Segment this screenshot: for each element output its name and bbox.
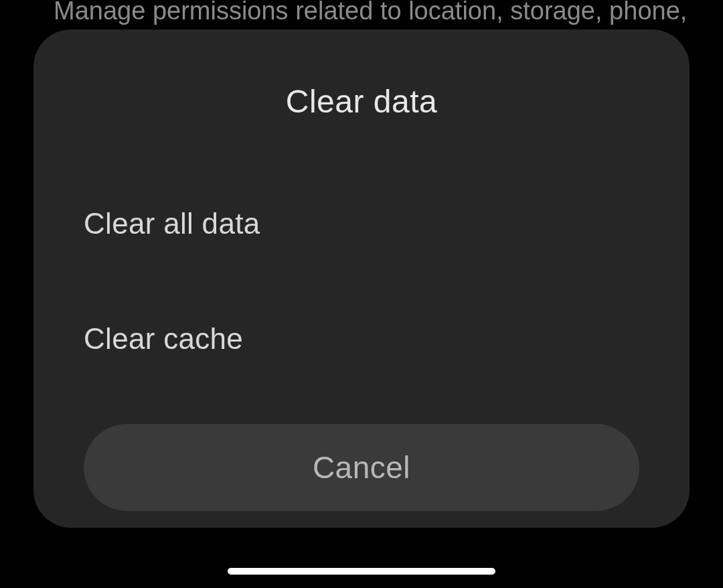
clear-all-data-option[interactable]: Clear all data (33, 187, 690, 261)
clear-cache-option[interactable]: Clear cache (33, 302, 690, 376)
cancel-button[interactable]: Cancel (84, 424, 639, 511)
dialog-title: Clear data (33, 83, 690, 120)
clear-data-dialog: Clear data Clear all data Clear cache Ca… (33, 29, 690, 528)
home-indicator[interactable] (228, 568, 495, 575)
